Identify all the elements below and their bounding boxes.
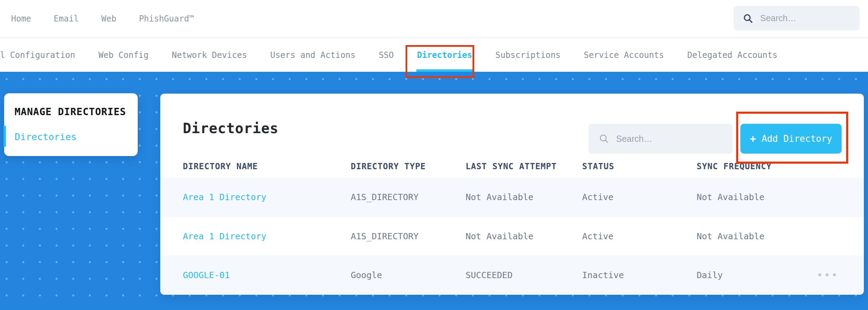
search-icon <box>743 13 753 24</box>
nav-home[interactable]: Home <box>11 14 31 24</box>
directories-search-input[interactable] <box>616 134 733 144</box>
sync-frequency-cell: Daily <box>697 270 817 280</box>
global-search[interactable] <box>734 6 860 31</box>
directory-name-link[interactable]: GOOGLE-01 <box>183 270 351 280</box>
col-last-sync-attempt: LAST SYNC ATTEMPT <box>466 162 582 171</box>
col-status: STATUS <box>582 162 697 171</box>
settings-tab-bar: l Configuration Web Config Network Devic… <box>0 38 868 72</box>
global-search-input[interactable] <box>760 13 860 23</box>
nav-web[interactable]: Web <box>101 14 116 24</box>
add-directory-button[interactable]: + Add Directory <box>740 124 842 154</box>
col-directory-type: DIRECTORY TYPE <box>351 162 466 171</box>
sidebar-item-directories[interactable]: Directories <box>15 132 77 142</box>
status-cell: Active <box>582 192 697 202</box>
tab-network-devices[interactable]: Network Devices <box>172 38 247 72</box>
directory-name-link[interactable]: Area 1 Directory <box>183 192 351 202</box>
manage-directories-card: MANAGE DIRECTORIES Directories <box>4 93 138 156</box>
last-sync-cell: Not Available <box>466 231 582 241</box>
directories-panel: Directories + Add Directory DIRECTORY NA… <box>160 94 864 295</box>
col-directory-name: DIRECTORY NAME <box>183 162 351 171</box>
app-window: Home Email Web PhishGuard™ l Configurati… <box>0 0 868 310</box>
sync-frequency-cell: Not Available <box>697 192 817 202</box>
directories-search[interactable] <box>588 124 733 154</box>
search-icon <box>599 134 609 144</box>
top-nav: Home Email Web PhishGuard™ <box>0 0 868 38</box>
last-sync-cell: Not Available <box>466 192 582 202</box>
tab-directories[interactable]: Directories <box>417 38 472 72</box>
table-row: Area 1 Directory A1S_DIRECTORY Not Avail… <box>160 178 864 217</box>
active-item-bar <box>3 126 6 147</box>
status-cell: Active <box>582 231 697 241</box>
col-sync-frequency: SYNC FREQUENCY <box>697 162 817 171</box>
last-sync-cell: SUCCEEDED <box>466 270 582 280</box>
tab-sso[interactable]: SSO <box>379 38 394 72</box>
nav-phishguard[interactable]: PhishGuard™ <box>139 14 194 24</box>
tab-service-accounts[interactable]: Service Accounts <box>584 38 664 72</box>
top-nav-items: Home Email Web PhishGuard™ <box>11 0 194 37</box>
active-tab-underline <box>416 69 473 72</box>
tab-delegated-accounts[interactable]: Delegated Accounts <box>687 38 777 72</box>
row-actions-ellipsis-icon[interactable]: ••• <box>817 270 864 281</box>
plus-icon: + <box>750 134 756 144</box>
tab-web-config[interactable]: Web Config <box>99 38 149 72</box>
directory-type-cell: A1S_DIRECTORY <box>351 192 466 202</box>
tab-subscriptions[interactable]: Subscriptions <box>495 38 561 72</box>
table-row: GOOGLE-01 Google SUCCEEDED Inactive Dail… <box>160 256 864 295</box>
tab-directories-label: Directories <box>417 50 472 60</box>
directory-type-cell: A1S_DIRECTORY <box>351 231 466 241</box>
table-body: Area 1 Directory A1S_DIRECTORY Not Avail… <box>160 178 864 295</box>
manage-card-title: MANAGE DIRECTORIES <box>15 107 126 117</box>
directory-type-cell: Google <box>351 270 466 280</box>
nav-email[interactable]: Email <box>54 14 79 24</box>
add-directory-label: Add Directory <box>761 134 832 144</box>
directory-name-link[interactable]: Area 1 Directory <box>183 231 351 241</box>
table-row: Area 1 Directory A1S_DIRECTORY Not Avail… <box>160 217 864 256</box>
tab-users-and-actions[interactable]: Users and Actions <box>270 38 356 72</box>
sync-frequency-cell: Not Available <box>697 231 817 241</box>
table-header: DIRECTORY NAME DIRECTORY TYPE LAST SYNC … <box>160 155 864 178</box>
tab-email-configuration[interactable]: l Configuration <box>0 38 75 72</box>
status-cell: Inactive <box>582 270 697 280</box>
page-title: Directories <box>183 121 279 135</box>
